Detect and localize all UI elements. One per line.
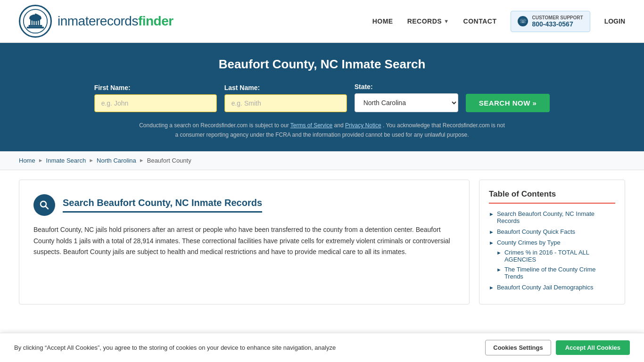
- customer-support-button[interactable]: ☏ CUSTOMER SUPPORT 800-433-0567: [511, 11, 590, 32]
- headset-icon: ☏: [518, 16, 528, 26]
- toc-item-3: ► County Crimes by Type ► Crimes % in 20…: [489, 239, 615, 280]
- section-header: Search Beaufort County, NC Inmate Record…: [33, 194, 455, 216]
- state-select[interactable]: AlabamaAlaskaArizonaArkansasCaliforniaCo…: [355, 93, 458, 112]
- breadcrumb-sep-3: ►: [139, 157, 144, 163]
- logo-finder-text: finder: [138, 14, 173, 28]
- chevron-icon: ►: [496, 250, 502, 255]
- logo-icon: [19, 5, 52, 38]
- toc-link-1-text: Search Beaufort County, NC Inmate Record…: [497, 210, 615, 224]
- toc-link-3-text: County Crimes by Type: [497, 239, 561, 246]
- search-form: First Name: Last Name: State: AlabamaAla…: [19, 83, 625, 112]
- toc-sub-link-1[interactable]: ► Crimes % in 2016 - TOTAL ALL AGENCIES: [496, 249, 615, 263]
- toc-item-4: ► Beaufort County Jail Demographics: [489, 284, 615, 291]
- content-paragraph: Beaufort County, NC jails hold prisoners…: [33, 224, 455, 258]
- toc-link-2-text: Beaufort County Quick Facts: [497, 228, 575, 235]
- content-section: Search Beaufort County, NC Inmate Record…: [19, 180, 470, 304]
- svg-rect-10: [35, 14, 36, 18]
- toc-subitem-1: ► Crimes % in 2016 - TOTAL ALL AGENCIES: [496, 249, 615, 263]
- chevron-icon: ►: [489, 211, 494, 217]
- chevron-icon: ►: [489, 229, 494, 235]
- toc-list: ► Search Beaufort County, NC Inmate Reco…: [489, 210, 615, 291]
- search-banner: Beaufort County, NC Inmate Search First …: [0, 43, 644, 151]
- breadcrumb-sep-1: ►: [38, 157, 43, 163]
- svg-rect-8: [29, 25, 42, 27]
- breadcrumb: Home ► Inmate Search ► North Carolina ► …: [0, 151, 644, 170]
- toc-sub-link-2[interactable]: ► The Timeline of the County Crime Trend…: [496, 266, 615, 280]
- section-title: Search Beaufort County, NC Inmate Record…: [63, 197, 262, 213]
- support-label: CUSTOMER SUPPORT: [532, 15, 583, 20]
- table-of-contents: Table of Contents ► Search Beaufort Coun…: [479, 180, 625, 304]
- nav-records[interactable]: RECORDS ▼: [407, 17, 449, 25]
- logo-text: inmaterecordsfinder: [58, 14, 173, 29]
- breadcrumb-home[interactable]: Home: [19, 157, 35, 164]
- svg-rect-3: [30, 19, 32, 25]
- state-group: State: AlabamaAlaskaArizonaArkansasCalif…: [355, 83, 458, 112]
- chevron-icon: ►: [489, 285, 494, 290]
- breadcrumb-sep-2: ►: [89, 157, 94, 163]
- toc-link-3[interactable]: ► County Crimes by Type: [489, 239, 615, 246]
- svg-rect-6: [37, 19, 38, 25]
- toc-title: Table of Contents: [489, 189, 615, 204]
- svg-rect-9: [27, 27, 44, 29]
- toc-link-4[interactable]: ► Beaufort County Jail Demographics: [489, 284, 615, 291]
- disclaimer-text: Conducting a search on Recordsfinder.com…: [138, 121, 506, 140]
- main-content-area: Search Beaufort County, NC Inmate Record…: [0, 170, 644, 314]
- svg-rect-7: [39, 19, 40, 25]
- state-label: State:: [355, 83, 373, 90]
- svg-rect-4: [33, 19, 34, 25]
- main-nav: HOME RECORDS ▼ CONTACT ☏ CUSTOMER SUPPOR…: [372, 11, 625, 32]
- breadcrumb-inmate-search[interactable]: Inmate Search: [46, 157, 86, 164]
- last-name-label: Last Name:: [224, 84, 260, 91]
- breadcrumb-state[interactable]: North Carolina: [97, 157, 136, 164]
- toc-subitem-2: ► The Timeline of the County Crime Trend…: [496, 266, 615, 280]
- toc-link-1[interactable]: ► Search Beaufort County, NC Inmate Reco…: [489, 210, 615, 224]
- first-name-label: First Name:: [94, 84, 131, 91]
- site-header: inmaterecordsfinder HOME RECORDS ▼ CONTA…: [0, 0, 644, 43]
- tos-link[interactable]: Terms of Service: [290, 122, 332, 129]
- chevron-down-icon: ▼: [444, 18, 449, 24]
- chevron-icon: ►: [489, 240, 494, 246]
- svg-rect-5: [34, 19, 36, 25]
- logo-main-text: inmaterecords: [58, 14, 138, 28]
- toc-sub-link-2-text: The Timeline of the County Crime Trends: [504, 266, 615, 280]
- nav-login[interactable]: LOGIN: [604, 17, 625, 25]
- nav-records-label: RECORDS: [407, 17, 442, 25]
- toc-link-2[interactable]: ► Beaufort County Quick Facts: [489, 228, 615, 235]
- svg-line-13: [46, 206, 49, 209]
- breadcrumb-county: Beaufort County: [147, 157, 191, 164]
- toc-sublist: ► Crimes % in 2016 - TOTAL ALL AGENCIES …: [489, 249, 615, 280]
- first-name-input[interactable]: [94, 94, 217, 112]
- toc-item-2: ► Beaufort County Quick Facts: [489, 228, 615, 235]
- page-heading: Beaufort County, NC Inmate Search: [19, 57, 625, 72]
- chevron-icon: ►: [496, 267, 502, 272]
- svg-rect-2: [29, 18, 41, 19]
- toc-item-1: ► Search Beaufort County, NC Inmate Reco…: [489, 210, 615, 224]
- search-button[interactable]: SEARCH NOW »: [466, 94, 550, 112]
- first-name-group: First Name:: [94, 84, 217, 112]
- toc-sub-link-1-text: Crimes % in 2016 - TOTAL ALL AGENCIES: [504, 249, 615, 263]
- last-name-group: Last Name:: [224, 84, 347, 112]
- support-number: 800-433-0567: [532, 20, 583, 28]
- last-name-input[interactable]: [224, 94, 347, 112]
- toc-link-4-text: Beaufort County Jail Demographics: [497, 284, 594, 291]
- privacy-link[interactable]: Privacy Notice: [345, 122, 381, 129]
- logo-area: inmaterecordsfinder: [19, 5, 173, 38]
- nav-contact[interactable]: CONTACT: [463, 17, 497, 25]
- nav-home[interactable]: HOME: [372, 17, 393, 25]
- search-icon: [33, 194, 55, 216]
